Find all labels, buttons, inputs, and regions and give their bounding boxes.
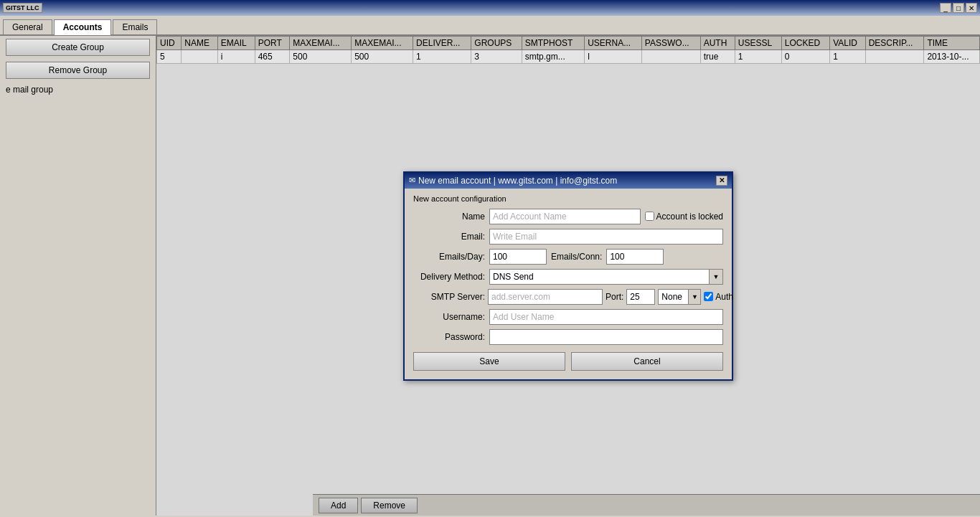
password-input[interactable] (489, 329, 723, 345)
tab-accounts[interactable]: Accounts (54, 19, 112, 35)
emails-conn-label: Emails/Conn: (551, 252, 602, 262)
auth-label: Auth (704, 292, 733, 302)
smtp-input[interactable] (488, 289, 603, 305)
emails-day-input[interactable] (489, 249, 547, 265)
section-label: New account configuration (413, 194, 723, 203)
name-row: Name Account is locked (413, 209, 723, 224)
cancel-button[interactable]: Cancel (571, 352, 723, 371)
ssl-select-wrapper: None SSL TLS ▼ (658, 289, 701, 305)
auth-checkbox[interactable] (704, 292, 713, 301)
dialog-title-label: New email account | www.gitst.com | info… (418, 176, 617, 186)
email-input[interactable] (489, 229, 723, 245)
save-button[interactable]: Save (413, 352, 565, 371)
account-locked-label: Account is locked (645, 212, 723, 222)
delivery-select[interactable]: DNS Send SMTP Sendmail (489, 269, 723, 285)
main-layout: Create Group Remove Group e mail group U… (0, 36, 980, 516)
account-locked-text: Account is locked (656, 212, 723, 222)
delivery-label: Delivery Method: (413, 272, 485, 282)
maximize-button[interactable]: □ (953, 3, 964, 13)
delivery-select-arrow[interactable]: ▼ (709, 269, 723, 285)
tab-emails[interactable]: Emails (113, 19, 157, 34)
title-bar-controls: _ □ ✕ (940, 3, 977, 13)
dialog-buttons: Save Cancel (413, 352, 723, 371)
remove-group-button[interactable]: Remove Group (6, 62, 150, 79)
tab-bar: General Accounts Emails (0, 16, 980, 36)
email-row: Email: (413, 229, 723, 245)
email-label: Email: (413, 232, 485, 242)
emails-day-label: Emails/Day: (413, 252, 485, 262)
create-group-button[interactable]: Create Group (6, 39, 150, 56)
tab-general[interactable]: General (3, 19, 52, 34)
ssl-arrow[interactable]: ▼ (688, 289, 701, 305)
minimize-button[interactable]: _ (940, 3, 951, 13)
title-bar-left: GITST LLC (3, 3, 45, 13)
emails-row: Emails/Day: Emails/Conn: (413, 249, 723, 265)
group-item[interactable]: e mail group (0, 82, 156, 98)
title-bar: GITST LLC _ □ ✕ (0, 0, 980, 16)
new-account-dialog: ✉ New email account | www.gitst.com | in… (403, 171, 733, 381)
dialog-title-bar: ✉ New email account | www.gitst.com | in… (405, 173, 732, 189)
smtp-row: SMTP Server: Port: None SSL TLS ▼ (413, 289, 723, 305)
password-label: Password: (413, 332, 485, 342)
name-input[interactable] (489, 209, 641, 224)
username-input[interactable] (489, 309, 723, 325)
modal-overlay: ✉ New email account | www.gitst.com | in… (156, 36, 980, 516)
emails-conn-input[interactable] (606, 249, 664, 265)
delivery-row: Delivery Method: DNS Send SMTP Sendmail … (413, 269, 723, 285)
password-row: Password: (413, 329, 723, 345)
smtp-label: SMTP Server: (413, 292, 485, 302)
port-label: Port: (606, 292, 623, 302)
auth-text: Auth (715, 292, 733, 302)
app-logo: GITST LLC (3, 3, 42, 13)
account-locked-checkbox[interactable] (645, 212, 654, 221)
username-label: Username: (413, 312, 485, 322)
dialog-close-button[interactable]: ✕ (716, 176, 727, 186)
sidebar: Create Group Remove Group e mail group (0, 36, 156, 516)
username-row: Username: (413, 309, 723, 325)
port-input[interactable] (626, 289, 655, 305)
delivery-select-wrapper: DNS Send SMTP Sendmail ▼ (489, 269, 723, 285)
envelope-icon: ✉ (409, 176, 415, 185)
dialog-title-text: ✉ New email account | www.gitst.com | in… (409, 176, 617, 186)
name-label: Name (413, 212, 485, 222)
dialog-body: New account configuration Name Account i… (405, 189, 732, 379)
close-button[interactable]: ✕ (966, 3, 977, 13)
content-area: UID NAME EMAIL PORT MAXEMAI... MAXEMAI..… (156, 36, 980, 516)
